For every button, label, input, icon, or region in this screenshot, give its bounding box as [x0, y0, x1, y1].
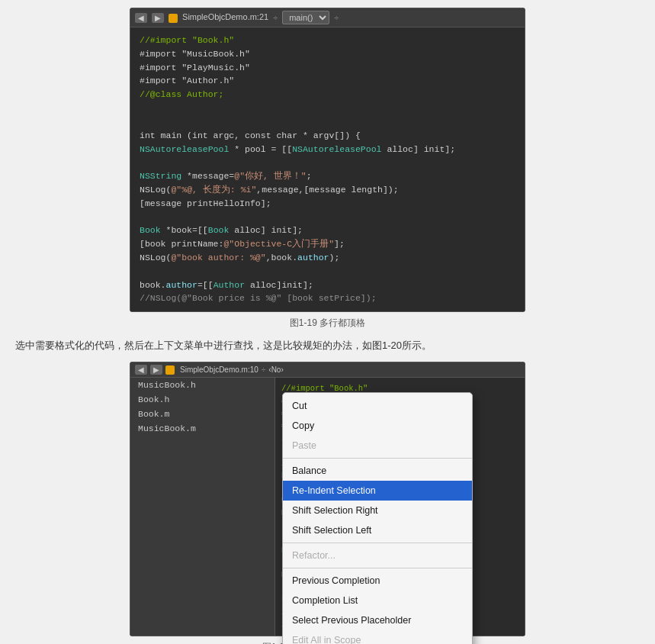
- page-container: ◀ ▶ SimpleObjcDemo.m:21 ÷ main() ÷ //#im…: [0, 0, 655, 644]
- code-line: int main (int argc, const char * argv[])…: [140, 129, 515, 143]
- bottom-toolbar-filename: SimpleObjcDemo.m:10: [180, 365, 258, 374]
- top-code-body: //#import "Book.h" #import "MusicBook.h"…: [130, 27, 525, 311]
- menu-item-balance[interactable]: Balance: [283, 461, 472, 481]
- menu-separator: [283, 543, 472, 543]
- menu-item-refactor: Refactor...: [283, 546, 472, 565]
- context-menu-box: Cut Copy Paste Balance Re-Indent Selecti…: [282, 392, 473, 644]
- code-line: book.author=[[Author alloc]init];: [140, 279, 515, 292]
- bottom-forward-button[interactable]: ▶: [150, 365, 162, 375]
- top-fig-caption: 图1-19 多行都顶格: [0, 317, 655, 330]
- code-line: NSString *message=@"你好, 世界！";: [140, 169, 515, 183]
- code-line: NSLog(@"book author: %@",book.author);: [140, 251, 515, 265]
- bottom-area: ◀ ▶ SimpleObjcDemo.m:10 ÷ ‹No› MusicBook…: [130, 362, 525, 636]
- code-line: [140, 115, 515, 129]
- file-item[interactable]: Book.h: [130, 392, 275, 407]
- code-line: [140, 211, 515, 224]
- file-item[interactable]: Book.m: [130, 407, 275, 421]
- top-toolbar: ◀ ▶ SimpleObjcDemo.m:21 ÷ main() ÷: [130, 8, 525, 27]
- toolbar-filename: SimpleObjcDemo.m:21: [169, 12, 268, 22]
- menu-item-paste: Paste: [283, 436, 472, 456]
- menu-item-copy[interactable]: Copy: [283, 416, 472, 436]
- code-line: #import "MusicBook.h": [140, 47, 515, 61]
- menu-separator: [283, 458, 472, 459]
- code-line: NSAutoreleasePool * pool = [[NSAutorelea…: [140, 143, 515, 156]
- code-line: [140, 265, 515, 279]
- code-line: [book printName:@"Objective-C入门手册"];: [140, 237, 515, 251]
- menu-item-cut[interactable]: Cut: [283, 396, 472, 416]
- bottom-back-button[interactable]: ◀: [135, 365, 147, 375]
- toolbar-sep2: ÷: [334, 13, 339, 22]
- menu-item-reindent[interactable]: Re-Indent Selection: [283, 481, 472, 501]
- menu-item-shift-left[interactable]: Shift Selection Left: [283, 520, 472, 540]
- code-line: [140, 101, 515, 115]
- file-item[interactable]: MusicBook.h: [130, 378, 275, 392]
- toolbar-sep1: ÷: [273, 13, 278, 22]
- menu-item-edit-all: Edit All in Scope: [283, 630, 472, 644]
- bottom-sep: ÷: [262, 365, 266, 374]
- bottom-toolbar: ◀ ▶ SimpleObjcDemo.m:10 ÷ ‹No›: [130, 362, 525, 378]
- file-item[interactable]: MusicBook.m: [130, 421, 275, 436]
- code-line: [140, 156, 515, 169]
- menu-item-select-prev[interactable]: Select Previous Placeholder: [283, 610, 472, 630]
- menu-item-shift-right[interactable]: Shift Selection Right: [283, 501, 472, 520]
- menu-item-completion-list[interactable]: Completion List: [283, 591, 472, 610]
- back-button[interactable]: ◀: [135, 13, 147, 23]
- code-line: //@class Author;: [140, 88, 515, 101]
- code-line: Book *book=[[Book alloc] init];: [140, 224, 515, 237]
- code-line: #import "PlayMusic.h": [140, 61, 515, 75]
- code-line: //#import "Book.h": [140, 34, 515, 47]
- context-menu: Cut Copy Paste Balance Re-Indent Selecti…: [282, 392, 473, 644]
- menu-separator: [283, 568, 472, 568]
- main-dropdown[interactable]: main(): [282, 11, 329, 24]
- file-sidebar: MusicBook.h Book.h Book.m MusicBook.m: [130, 378, 275, 635]
- code-line: //NSLog(@"Book price is %@" [book setPri…: [140, 291, 515, 305]
- menu-item-prev-completion[interactable]: Previous Completion: [283, 571, 472, 591]
- bottom-toolbar-dropdown[interactable]: ‹No›: [268, 365, 283, 374]
- prose-text: 选中需要格式化的代码，然后在上下文菜单中进行查找，这是比较规矩的办法，如图1-2…: [15, 337, 640, 354]
- code-line: #import "Author.h": [140, 74, 515, 88]
- code-line: [message printHelloInfo];: [140, 197, 515, 211]
- forward-button[interactable]: ▶: [152, 13, 164, 23]
- code-line: NSLog(@"%@, 长度为: %i",message,[message le…: [140, 183, 515, 197]
- top-code-section: ◀ ▶ SimpleObjcDemo.m:21 ÷ main() ÷ //#im…: [130, 8, 525, 312]
